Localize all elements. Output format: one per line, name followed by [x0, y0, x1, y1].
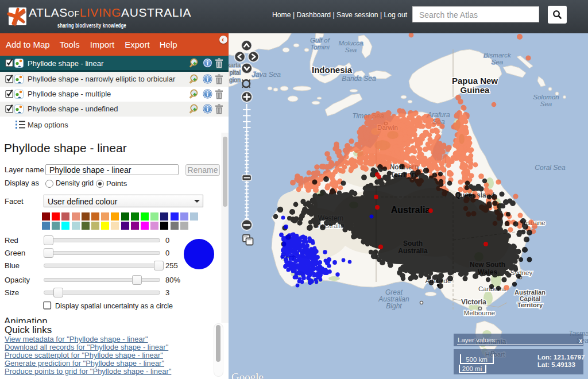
svg-text:Gulf of: Gulf of — [310, 37, 331, 44]
svg-text:Melbourne: Melbourne — [464, 310, 495, 316]
svg-text:Lat: 5.49133: Lat: 5.49133 — [537, 361, 575, 368]
svg-text:Sea: Sea — [492, 59, 503, 65]
svg-text:Sea: Sea — [345, 47, 357, 53]
svg-text:Bight: Bight — [386, 302, 402, 310]
svg-text:Bismarck: Bismarck — [483, 52, 512, 59]
svg-text:Coral Sea: Coral Sea — [535, 164, 566, 172]
svg-text:Google: Google — [231, 371, 264, 379]
svg-text:gion: gion — [229, 76, 241, 83]
svg-text:Guinea: Guinea — [461, 85, 490, 95]
svg-text:Indonesia: Indonesia — [312, 65, 353, 75]
svg-text:Victoria: Victoria — [461, 298, 486, 306]
svg-text:Lon: 121.16797: Lon: 121.16797 — [537, 354, 585, 361]
svg-text:Banda Sea: Banda Sea — [342, 75, 376, 83]
svg-text:Papua New: Papua New — [452, 76, 498, 86]
svg-text:x: x — [579, 338, 582, 344]
svg-text:200 mi: 200 mi — [462, 365, 482, 372]
svg-text:Tomini: Tomini — [310, 44, 330, 51]
svg-text:pital: pital — [230, 69, 241, 76]
svg-text:Layer values:: Layer values: — [458, 337, 497, 343]
svg-text:500 km: 500 km — [466, 356, 488, 363]
svg-text:Solomon: Solomon — [533, 94, 559, 100]
svg-text:Territory: Territory — [517, 301, 543, 308]
svg-text:Java Sea: Java Sea — [252, 71, 281, 79]
svg-text:Molucca: Molucca — [339, 40, 363, 47]
svg-text:Sea: Sea — [540, 100, 552, 107]
